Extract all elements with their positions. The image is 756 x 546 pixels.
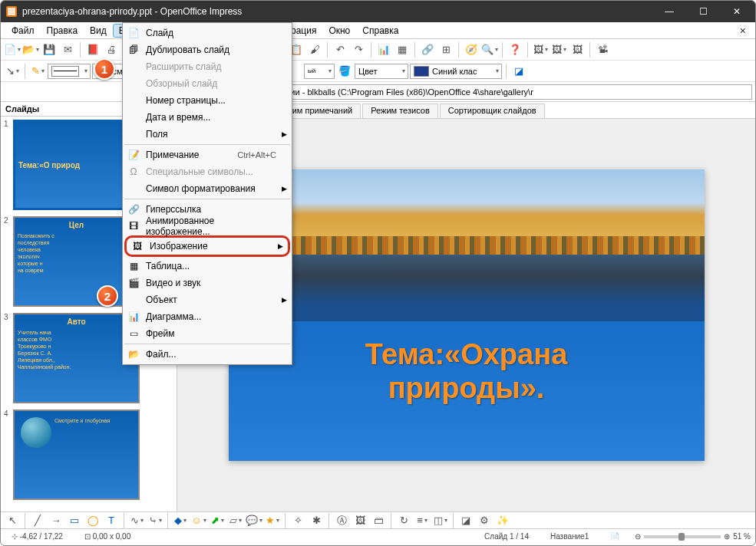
- menu-item[interactable]: Символ форматирования▶: [123, 180, 292, 197]
- menu-item: ΩСпециальные символы...: [123, 163, 292, 180]
- menu-item[interactable]: ▦Таблица...: [123, 258, 292, 275]
- fill-type-select[interactable]: Цвет: [355, 64, 408, 79]
- menu-item[interactable]: 📂Файл...: [123, 346, 292, 363]
- zoom-icon[interactable]: 🔍: [481, 41, 498, 58]
- menu-item[interactable]: ▭Фрейм: [123, 325, 292, 342]
- flowchart-icon[interactable]: ▱: [227, 512, 244, 529]
- slide-thumbnail[interactable]: ЦелПознакомить споследствиячеловекаэколо…: [13, 216, 140, 307]
- animation-icon[interactable]: ✨: [494, 512, 511, 529]
- presentation-icon[interactable]: 📽: [594, 41, 611, 58]
- redo-icon[interactable]: ↷: [350, 41, 367, 58]
- open-icon[interactable]: 📂: [22, 41, 39, 58]
- gallery-bar: ▦ ☰: [1, 82, 755, 102]
- interaction-icon[interactable]: ⚙: [476, 512, 493, 529]
- status-layout: Название1: [544, 532, 595, 541]
- zoom-control[interactable]: ⊖⊕ 51 %: [635, 532, 751, 541]
- menu-help[interactable]: Справка: [356, 24, 404, 38]
- menu-item[interactable]: 📊Диаграмма...: [123, 308, 292, 325]
- arrow-tool-icon[interactable]: ↘: [4, 63, 21, 80]
- align-icon[interactable]: ≡: [414, 512, 431, 529]
- arrow-icon[interactable]: →: [48, 512, 64, 529]
- fontwork-icon[interactable]: Ⓐ: [333, 512, 350, 529]
- save-icon[interactable]: 💾: [41, 41, 58, 58]
- app-icon: [5, 5, 18, 18]
- menu-bar: Файл Правка Вид Вставка Формат Сервис Де…: [1, 22, 755, 39]
- status-coords: ⊹ -4,62 / 17,22: [5, 532, 69, 541]
- shadow-icon[interactable]: ◪: [510, 63, 527, 80]
- new-icon[interactable]: 📄: [4, 41, 21, 58]
- menu-view[interactable]: Вид: [84, 24, 113, 38]
- menu-item: Расширить слайд: [123, 58, 292, 75]
- from-file-icon[interactable]: 🖼: [352, 512, 368, 529]
- callouts-icon[interactable]: 💬: [246, 512, 262, 529]
- glue-icon[interactable]: ✱: [308, 512, 325, 529]
- menu-item[interactable]: Поля▶: [123, 126, 292, 143]
- curve-icon[interactable]: ∿: [128, 512, 145, 529]
- menu-item[interactable]: 📄Слайд: [123, 25, 292, 41]
- menu-item[interactable]: Объект▶: [123, 291, 292, 308]
- gallery2-icon[interactable]: 🖼: [550, 41, 567, 58]
- status-slide: Слайд 1 / 14: [478, 532, 535, 541]
- symbol-shapes-icon[interactable]: ☺: [190, 512, 207, 529]
- close-button[interactable]: ✕: [720, 1, 754, 22]
- stars-icon[interactable]: ★: [264, 512, 281, 529]
- content-area: Слайды 1Тема:«О природ2ЦелПознакомить сп…: [1, 102, 755, 511]
- gallery3-icon[interactable]: 🖼: [569, 41, 586, 58]
- arrange-icon[interactable]: ◫: [432, 512, 449, 529]
- help-icon[interactable]: ❓: [507, 41, 523, 58]
- slide-title: Тема:«Охрана природы».: [229, 338, 705, 405]
- menu-item[interactable]: 🎬Видео и звук: [123, 275, 292, 291]
- connector-icon[interactable]: ⤷: [147, 512, 163, 529]
- gallery-path-input[interactable]: [227, 84, 752, 100]
- slide-image: [229, 169, 705, 321]
- tab-sorter[interactable]: Сортировщик слайдов: [440, 104, 545, 118]
- menu-window[interactable]: Окно: [322, 24, 356, 38]
- navigator-icon[interactable]: 🧭: [463, 41, 480, 58]
- rect-icon[interactable]: ▭: [66, 512, 83, 529]
- chart-icon[interactable]: 📊: [375, 41, 392, 58]
- slide-thumbnail[interactable]: АвтоУчитель начаклассов ФМОТроекурово нБ…: [13, 313, 140, 403]
- brush-icon[interactable]: 🖌: [306, 41, 323, 58]
- undo-icon[interactable]: ↶: [332, 41, 348, 58]
- arrow-style-select[interactable]: ый: [304, 64, 335, 79]
- menu-file[interactable]: Файл: [5, 24, 41, 38]
- menu-item[interactable]: Номер страницы...: [123, 92, 292, 109]
- menu-edit[interactable]: Правка: [41, 24, 84, 38]
- line-style-select[interactable]: [48, 64, 91, 79]
- gallery1-icon[interactable]: 🖼: [532, 41, 549, 58]
- ellipse-icon[interactable]: ◯: [84, 512, 101, 529]
- menu-item[interactable]: Дата и время...: [123, 109, 292, 126]
- hyperlink-icon[interactable]: 🔗: [419, 41, 436, 58]
- grid-icon[interactable]: ⊞: [437, 41, 454, 58]
- maximize-button[interactable]: ☐: [686, 1, 720, 22]
- minimize-button[interactable]: —: [652, 1, 686, 22]
- extrusion-icon[interactable]: ◪: [457, 512, 474, 529]
- current-slide: Тема:«Охрана природы».: [229, 169, 705, 461]
- menu-item[interactable]: 📝ПримечаниеCtrl+Alt+C: [123, 146, 292, 163]
- shapes-icon[interactable]: ◆: [172, 512, 189, 529]
- document-close-icon[interactable]: ×: [735, 25, 751, 37]
- line-icon[interactable]: ╱: [29, 512, 46, 529]
- block-arrows-icon[interactable]: ⬈: [209, 512, 226, 529]
- toolbar-standard: 📄 📂 💾 ✉ 📕 🖨 📋 🖌 ↶ ↷ 📊 ▦ 🔗 ⊞ 🧭 🔍 ❓ 🖼 🖼 🖼 …: [1, 39, 755, 61]
- menu-item[interactable]: 🖼Изображение▶: [127, 238, 288, 255]
- select-icon[interactable]: ↖: [4, 512, 21, 529]
- fill-icon[interactable]: 🪣: [336, 63, 353, 80]
- menu-item[interactable]: 🎞Анимированное изображение...: [123, 218, 292, 235]
- rotate-icon[interactable]: ↻: [395, 512, 412, 529]
- slide-thumbnail[interactable]: Тема:«О природ: [13, 120, 140, 210]
- tab-handout[interactable]: Режим тезисов: [362, 104, 438, 118]
- highlight-icon[interactable]: ✎: [29, 63, 46, 80]
- table-icon[interactable]: ▦: [394, 41, 411, 58]
- title-bar: prezentaciya-ohrana-prirody.ppt - OpenOf…: [1, 1, 755, 22]
- status-modified-icon: 📄: [604, 532, 626, 541]
- text-icon[interactable]: T: [103, 512, 120, 529]
- points-icon[interactable]: ✧: [289, 512, 306, 529]
- menu-item[interactable]: 🗐Дублировать слайд: [123, 41, 292, 58]
- fill-color-select[interactable]: Синий клас: [410, 64, 502, 79]
- email-icon[interactable]: ✉: [59, 41, 76, 58]
- print-icon[interactable]: 🖨: [103, 41, 120, 58]
- gallery-icon[interactable]: 🗃: [370, 512, 387, 529]
- slide-thumbnail[interactable]: Смотрите и глобусная: [13, 410, 140, 500]
- pdf-icon[interactable]: 📕: [84, 41, 101, 58]
